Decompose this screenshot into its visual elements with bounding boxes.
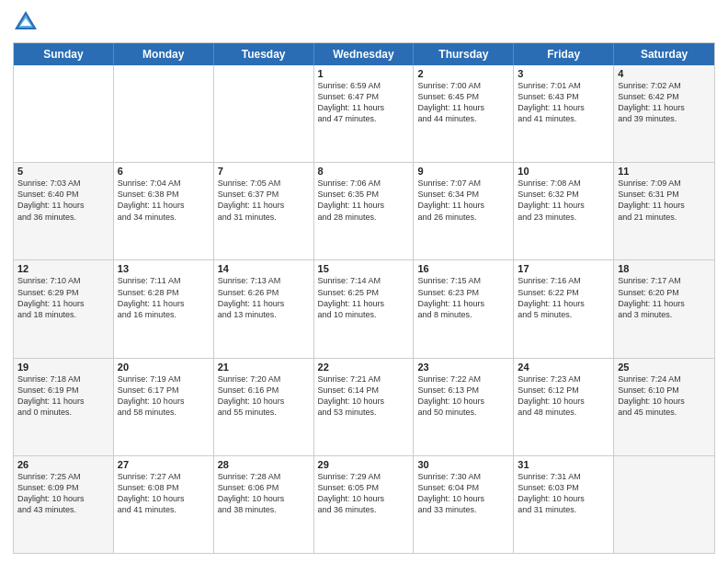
day-number: 5 xyxy=(17,166,109,177)
calendar-cell-13: 13Sunrise: 7:11 AM Sunset: 6:28 PM Dayli… xyxy=(114,260,214,357)
cell-info: Sunrise: 7:27 AM Sunset: 6:08 PM Dayligh… xyxy=(118,471,210,516)
calendar-cell-empty xyxy=(114,65,214,162)
cell-info: Sunrise: 7:03 AM Sunset: 6:40 PM Dayligh… xyxy=(17,178,109,223)
calendar-cell-14: 14Sunrise: 7:13 AM Sunset: 6:26 PM Dayli… xyxy=(214,260,314,357)
calendar: SundayMondayTuesdayWednesdayThursdayFrid… xyxy=(13,42,715,554)
calendar-cell-26: 26Sunrise: 7:25 AM Sunset: 6:09 PM Dayli… xyxy=(14,456,114,553)
day-number: 10 xyxy=(518,166,609,177)
day-number: 31 xyxy=(518,459,609,470)
cell-info: Sunrise: 7:29 AM Sunset: 6:05 PM Dayligh… xyxy=(318,471,410,516)
calendar-cell-2: 2Sunrise: 7:00 AM Sunset: 6:45 PM Daylig… xyxy=(414,65,514,162)
day-number: 17 xyxy=(518,263,609,274)
day-of-week-saturday: Saturday xyxy=(614,43,714,65)
calendar-cell-empty xyxy=(614,456,714,553)
day-number: 20 xyxy=(118,362,210,373)
calendar-cell-1: 1Sunrise: 6:59 AM Sunset: 6:47 PM Daylig… xyxy=(314,65,415,162)
calendar-cell-empty xyxy=(14,65,114,162)
calendar-cell-8: 8Sunrise: 7:06 AM Sunset: 6:35 PM Daylig… xyxy=(314,163,415,259)
day-of-week-tuesday: Tuesday xyxy=(214,43,314,65)
day-number: 30 xyxy=(417,459,509,470)
day-number: 6 xyxy=(118,166,210,177)
cell-info: Sunrise: 7:02 AM Sunset: 6:42 PM Dayligh… xyxy=(618,80,711,125)
day-number: 26 xyxy=(17,459,109,470)
cell-info: Sunrise: 7:01 AM Sunset: 6:43 PM Dayligh… xyxy=(518,80,609,125)
calendar-cell-7: 7Sunrise: 7:05 AM Sunset: 6:37 PM Daylig… xyxy=(214,163,314,259)
day-number: 29 xyxy=(318,459,410,470)
calendar-cell-3: 3Sunrise: 7:01 AM Sunset: 6:43 PM Daylig… xyxy=(514,65,614,162)
calendar-cell-6: 6Sunrise: 7:04 AM Sunset: 6:38 PM Daylig… xyxy=(114,163,214,259)
day-number: 19 xyxy=(17,362,109,373)
calendar-cell-16: 16Sunrise: 7:15 AM Sunset: 6:23 PM Dayli… xyxy=(414,260,514,357)
calendar-cell-10: 10Sunrise: 7:08 AM Sunset: 6:32 PM Dayli… xyxy=(514,163,614,259)
cell-info: Sunrise: 7:00 AM Sunset: 6:45 PM Dayligh… xyxy=(417,80,509,125)
calendar-cell-25: 25Sunrise: 7:24 AM Sunset: 6:10 PM Dayli… xyxy=(614,359,714,455)
day-number: 21 xyxy=(218,362,310,373)
calendar-cell-15: 15Sunrise: 7:14 AM Sunset: 6:25 PM Dayli… xyxy=(314,260,415,357)
day-number: 8 xyxy=(318,166,410,177)
cell-info: Sunrise: 7:25 AM Sunset: 6:09 PM Dayligh… xyxy=(17,471,109,516)
cell-info: Sunrise: 7:31 AM Sunset: 6:03 PM Dayligh… xyxy=(518,471,609,516)
day-of-week-wednesday: Wednesday xyxy=(314,43,415,65)
day-number: 4 xyxy=(618,68,711,79)
calendar-cell-12: 12Sunrise: 7:10 AM Sunset: 6:29 PM Dayli… xyxy=(14,260,114,357)
calendar-header: SundayMondayTuesdayWednesdayThursdayFrid… xyxy=(14,43,714,65)
calendar-cell-31: 31Sunrise: 7:31 AM Sunset: 6:03 PM Dayli… xyxy=(514,456,614,553)
calendar-cell-19: 19Sunrise: 7:18 AM Sunset: 6:19 PM Dayli… xyxy=(14,359,114,455)
calendar-cell-27: 27Sunrise: 7:27 AM Sunset: 6:08 PM Dayli… xyxy=(114,456,214,553)
calendar-cell-20: 20Sunrise: 7:19 AM Sunset: 6:17 PM Dayli… xyxy=(114,359,214,455)
header xyxy=(13,9,715,35)
day-number: 18 xyxy=(618,263,711,274)
logo-icon xyxy=(13,9,39,35)
calendar-cell-18: 18Sunrise: 7:17 AM Sunset: 6:20 PM Dayli… xyxy=(614,260,714,357)
day-number: 24 xyxy=(518,362,609,373)
cell-info: Sunrise: 7:11 AM Sunset: 6:28 PM Dayligh… xyxy=(118,275,210,320)
cell-info: Sunrise: 7:16 AM Sunset: 6:22 PM Dayligh… xyxy=(518,275,609,320)
day-number: 9 xyxy=(417,166,509,177)
cell-info: Sunrise: 7:21 AM Sunset: 6:14 PM Dayligh… xyxy=(318,373,410,419)
calendar-cell-9: 9Sunrise: 7:07 AM Sunset: 6:34 PM Daylig… xyxy=(414,163,514,259)
calendar-cell-17: 17Sunrise: 7:16 AM Sunset: 6:22 PM Dayli… xyxy=(514,260,614,357)
day-number: 16 xyxy=(417,263,509,274)
day-number: 7 xyxy=(218,166,310,177)
cell-info: Sunrise: 7:18 AM Sunset: 6:19 PM Dayligh… xyxy=(17,373,109,419)
cell-info: Sunrise: 7:07 AM Sunset: 6:34 PM Dayligh… xyxy=(417,178,509,223)
cell-info: Sunrise: 7:04 AM Sunset: 6:38 PM Dayligh… xyxy=(118,178,210,223)
day-of-week-sunday: Sunday xyxy=(14,43,114,65)
cell-info: Sunrise: 7:10 AM Sunset: 6:29 PM Dayligh… xyxy=(17,275,109,320)
cell-info: Sunrise: 7:08 AM Sunset: 6:32 PM Dayligh… xyxy=(518,178,609,223)
calendar-cell-empty xyxy=(214,65,314,162)
day-of-week-friday: Friday xyxy=(514,43,614,65)
day-number: 25 xyxy=(618,362,711,373)
cell-info: Sunrise: 7:28 AM Sunset: 6:06 PM Dayligh… xyxy=(218,471,310,516)
calendar-cell-24: 24Sunrise: 7:23 AM Sunset: 6:12 PM Dayli… xyxy=(514,359,614,455)
cell-info: Sunrise: 7:19 AM Sunset: 6:17 PM Dayligh… xyxy=(118,373,210,419)
day-of-week-monday: Monday xyxy=(114,43,214,65)
calendar-cell-11: 11Sunrise: 7:09 AM Sunset: 6:31 PM Dayli… xyxy=(614,163,714,259)
cell-info: Sunrise: 7:09 AM Sunset: 6:31 PM Dayligh… xyxy=(618,178,711,223)
day-number: 3 xyxy=(518,68,609,79)
calendar-row: 12Sunrise: 7:10 AM Sunset: 6:29 PM Dayli… xyxy=(14,260,714,358)
calendar-row: 19Sunrise: 7:18 AM Sunset: 6:19 PM Dayli… xyxy=(14,359,714,456)
cell-info: Sunrise: 7:06 AM Sunset: 6:35 PM Dayligh… xyxy=(318,178,410,223)
day-number: 14 xyxy=(218,263,310,274)
page: SundayMondayTuesdayWednesdayThursdayFrid… xyxy=(0,0,728,563)
calendar-cell-23: 23Sunrise: 7:22 AM Sunset: 6:13 PM Dayli… xyxy=(414,359,514,455)
logo xyxy=(13,9,42,35)
day-number: 23 xyxy=(417,362,509,373)
calendar-cell-4: 4Sunrise: 7:02 AM Sunset: 6:42 PM Daylig… xyxy=(614,65,714,162)
day-number: 28 xyxy=(218,459,310,470)
cell-info: Sunrise: 6:59 AM Sunset: 6:47 PM Dayligh… xyxy=(318,80,410,125)
calendar-cell-21: 21Sunrise: 7:20 AM Sunset: 6:16 PM Dayli… xyxy=(214,359,314,455)
cell-info: Sunrise: 7:15 AM Sunset: 6:23 PM Dayligh… xyxy=(417,275,509,320)
calendar-cell-5: 5Sunrise: 7:03 AM Sunset: 6:40 PM Daylig… xyxy=(14,163,114,259)
cell-info: Sunrise: 7:22 AM Sunset: 6:13 PM Dayligh… xyxy=(417,373,509,419)
day-number: 1 xyxy=(318,68,410,79)
cell-info: Sunrise: 7:14 AM Sunset: 6:25 PM Dayligh… xyxy=(318,275,410,320)
day-number: 12 xyxy=(17,263,109,274)
day-number: 11 xyxy=(618,166,711,177)
cell-info: Sunrise: 7:13 AM Sunset: 6:26 PM Dayligh… xyxy=(218,275,310,320)
day-of-week-thursday: Thursday xyxy=(414,43,514,65)
cell-info: Sunrise: 7:30 AM Sunset: 6:04 PM Dayligh… xyxy=(417,471,509,516)
cell-info: Sunrise: 7:05 AM Sunset: 6:37 PM Dayligh… xyxy=(218,178,310,223)
calendar-body: 1Sunrise: 6:59 AM Sunset: 6:47 PM Daylig… xyxy=(14,65,714,553)
